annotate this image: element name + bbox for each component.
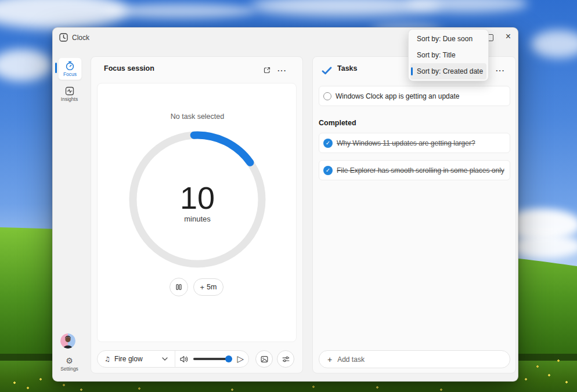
cloud: [0, 0, 128, 29]
focus-sounds-bar: ♫ Fire glow ▷: [97, 350, 249, 368]
sidebar-item-settings[interactable]: ⚙ Settings: [58, 354, 81, 373]
cloud: [104, 3, 255, 19]
tasks-panel: Tasks ··· Windows Clock app is getting a…: [312, 56, 516, 373]
tasks-logo-icon: [322, 67, 332, 75]
account-avatar[interactable]: [60, 333, 75, 349]
focus-session-panel: Focus session ··· No task selected 10 mi…: [91, 56, 303, 373]
close-button[interactable]: ×: [497, 28, 519, 45]
pause-button[interactable]: [170, 278, 188, 296]
sound-name: Fire glow: [114, 355, 143, 363]
volume-slider[interactable]: [193, 358, 232, 360]
cloud: [0, 49, 52, 81]
focus-timer-icon: [65, 61, 75, 71]
gear-icon: ⚙: [66, 356, 73, 365]
completed-section-header: Completed: [319, 119, 356, 127]
active-nav-indicator: [55, 63, 57, 73]
add-task-placeholder: Add task: [337, 355, 365, 364]
no-task-status: No task selected: [98, 112, 297, 121]
sound-select-dropdown[interactable]: ♫ Fire glow: [98, 355, 175, 363]
volume-thumb[interactable]: [225, 355, 232, 362]
window-title: Clock: [72, 34, 89, 42]
menu-item-label: Sort by: Created date: [417, 67, 483, 75]
timer-card: No task selected 10 minutes + 5m: [97, 83, 297, 342]
sidebar-settings-label: Settings: [60, 366, 78, 372]
task-checkbox-checked[interactable]: ✓: [323, 166, 333, 175]
sidebar-insights-label: Insights: [61, 96, 78, 102]
tasks-more-button[interactable]: ···: [493, 63, 507, 77]
speaker-icon: [180, 355, 189, 363]
cloud: [531, 30, 577, 58]
plus-icon: +: [327, 355, 332, 364]
chevron-down-icon: [162, 357, 168, 361]
completed-task-row[interactable]: ✓ Why Windows 11 updates are getting lar…: [319, 133, 510, 153]
add-time-label: 5m: [207, 283, 217, 291]
menu-item-sort-title[interactable]: Sort by: Title: [409, 47, 488, 63]
avatar-image: [60, 333, 75, 349]
menu-item-sort-created-date[interactable]: Sort by: Created date: [410, 63, 486, 79]
plus-icon: +: [200, 283, 205, 292]
task-label: Windows Clock app is getting an update: [336, 92, 459, 100]
add-five-minutes-button[interactable]: + 5m: [193, 278, 223, 296]
music-note-icon: ♫: [104, 355, 110, 363]
tasks-panel-title: Tasks: [337, 64, 358, 72]
open-in-new-icon: [263, 66, 271, 74]
timer-unit-label: minutes: [98, 215, 297, 223]
selected-indicator: [411, 67, 413, 75]
task-label: File Explorer has smooth scrolling in so…: [337, 166, 504, 175]
focus-more-button[interactable]: ···: [275, 63, 289, 77]
volume-fill: [193, 358, 229, 360]
sliders-icon: [282, 355, 290, 364]
focus-settings-button[interactable]: [277, 350, 294, 368]
image-icon: [260, 355, 269, 364]
task-checkbox-unchecked[interactable]: [323, 92, 331, 100]
clock-app-icon: [59, 33, 68, 42]
add-task-input[interactable]: + Add task: [319, 350, 510, 368]
completed-task-row[interactable]: ✓ File Explorer has smooth scrolling in …: [319, 160, 510, 180]
play-button[interactable]: ▷: [237, 355, 244, 364]
task-row[interactable]: Windows Clock app is getting an update: [319, 86, 510, 106]
sort-menu: Sort by: Due soon Sort by: Title Sort by…: [408, 29, 489, 81]
task-label: Why Windows 11 updates are getting large…: [337, 139, 475, 147]
timer-remaining-value: 10: [98, 182, 297, 213]
insights-icon: [65, 86, 74, 96]
menu-item-sort-due-soon[interactable]: Sort by: Due soon: [409, 31, 488, 47]
focus-panel-title: Focus session: [104, 64, 154, 72]
open-in-new-window-button[interactable]: [260, 63, 274, 77]
task-checkbox-checked[interactable]: ✓: [323, 139, 333, 148]
sidebar-item-focus[interactable]: Focus: [58, 57, 82, 80]
sidebar-focus-label: Focus: [63, 71, 77, 77]
sidebar-item-insights[interactable]: Insights: [58, 84, 81, 104]
background-image-button[interactable]: [255, 350, 273, 368]
pause-icon: [175, 283, 183, 291]
